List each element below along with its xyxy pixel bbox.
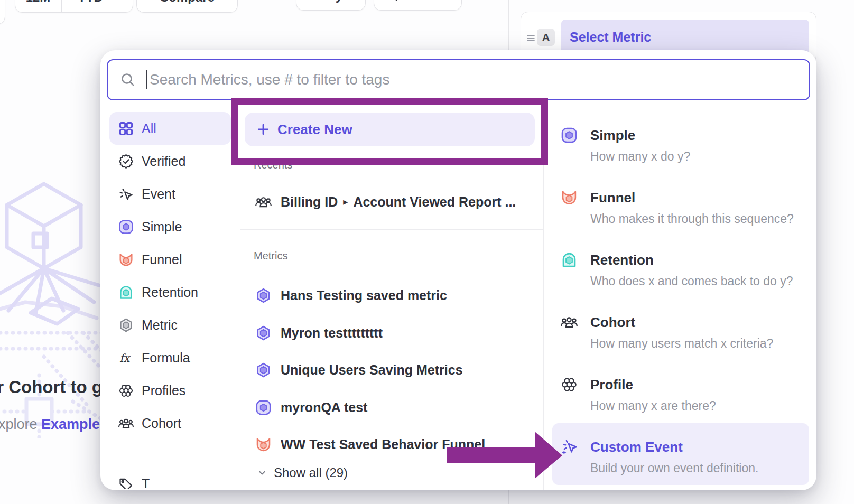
metric-item-label: Unique Users Saving Metrics (281, 362, 463, 378)
background-illustration (0, 174, 107, 438)
type-title: Cohort (590, 314, 635, 331)
metric-item-label: myronQA test (281, 400, 367, 415)
chevron-down-icon (107, 0, 117, 2)
verified-seal-icon (118, 153, 134, 170)
range-12m-button[interactable]: 12M (15, 0, 61, 12)
type-custom-event[interactable]: Custom Event Build your own event defini… (543, 438, 816, 486)
text-cursor (146, 70, 147, 89)
drag-handle-icon[interactable] (526, 33, 536, 43)
compare-button[interactable]: Compare (136, 0, 238, 13)
type-funnel[interactable]: Funnel Who makes it through this sequenc… (543, 189, 816, 236)
funnel-icon (560, 189, 578, 207)
category-label: Profiles (142, 383, 185, 398)
metric-hexagon-icon (255, 324, 272, 342)
retention-icon (560, 251, 578, 269)
simple-metric-icon (560, 126, 578, 144)
type-cohort[interactable]: Cohort How many users match x criteria? (543, 313, 816, 361)
metric-hexagon-icon (255, 361, 272, 379)
funnel-icon (255, 436, 272, 453)
metric-list-item[interactable]: WW Test Saved Behavior Funnel (255, 431, 540, 458)
line-chart-icon (394, 0, 409, 3)
range-12m-label: 12M (26, 0, 51, 5)
recent-item[interactable]: Billing ID ▸ Account Viewed Report ... (255, 189, 540, 215)
event-cursor-icon (118, 186, 134, 202)
metric-search-bar[interactable] (107, 59, 810, 100)
grid-icon (118, 120, 134, 137)
category-all[interactable]: All (109, 112, 231, 145)
category-retention[interactable]: Retention (109, 276, 231, 309)
recents-heading: Recents (254, 159, 292, 171)
cohort-people-icon (255, 193, 272, 211)
metric-list-item[interactable]: myronQA test (255, 394, 540, 421)
type-description: Build your own event definition. (590, 461, 758, 475)
line-label: Line (415, 0, 441, 3)
row-letter: A (542, 31, 550, 44)
search-icon (119, 71, 136, 88)
range-ytd-button[interactable]: YTD (62, 0, 133, 12)
empty-state-headline-fragment: or Cohort to ge (0, 377, 112, 397)
select-metric-label: Select Metric (570, 30, 651, 45)
simple-metric-icon (118, 219, 134, 235)
funnel-icon (118, 251, 134, 268)
category-label: Funnel (142, 252, 182, 267)
type-simple[interactable]: Simple How many x do y? (543, 126, 816, 174)
metric-item-label: WW Test Saved Behavior Funnel (281, 437, 485, 452)
metric-list-item[interactable]: Unique Users Saving Metrics (255, 357, 540, 383)
type-title: Profile (590, 377, 633, 393)
categories-divider (239, 109, 239, 490)
select-metric-field[interactable]: Select Metric (561, 20, 809, 54)
category-verified[interactable]: Verified (109, 145, 231, 178)
date-range-segmented-control[interactable]: 12M YTD (15, 0, 133, 13)
cohort-people-icon (118, 415, 134, 432)
type-title: Simple (590, 127, 635, 144)
category-metric[interactable]: Metric (109, 309, 231, 341)
search-input[interactable] (148, 71, 809, 89)
type-description: How many users match x criteria? (590, 337, 773, 351)
cohort-people-icon (560, 313, 578, 331)
type-title: Funnel (590, 190, 635, 206)
type-title: Custom Event (590, 439, 683, 455)
chevron-down-icon (256, 466, 268, 479)
metric-item-label: Hans Testing saved metric (281, 288, 447, 303)
profiles-cluster-icon (118, 382, 134, 399)
category-funnel[interactable]: Funnel (109, 243, 231, 276)
create-new-label: Create New (277, 122, 352, 138)
metric-item-label: Myron testtttttttt (281, 325, 383, 341)
app-root: 12M YTD Compare Day Line A Select Metric (0, 0, 854, 504)
type-retention[interactable]: Retention Who does x and comes back to d… (543, 251, 816, 298)
category-label: Event (142, 186, 175, 202)
metric-hexagon-icon (118, 317, 134, 333)
profiles-cluster-icon (560, 376, 578, 394)
metric-list-item[interactable]: Myron testtttttttt (255, 320, 540, 346)
custom-event-cursor-icon (560, 438, 578, 456)
category-label: Retention (142, 285, 198, 300)
category-label: Simple (142, 219, 182, 235)
show-all-toggle[interactable]: Show all (29) (256, 465, 348, 480)
section-divider (240, 229, 543, 230)
select-metric-modal: All Verified Event Simple Funnel Retenti… (100, 50, 816, 490)
category-label: Formula (142, 350, 190, 366)
type-profile[interactable]: Profile How many x are there? (543, 376, 816, 423)
compare-label: Compare (160, 0, 215, 5)
metric-list-item[interactable]: Hans Testing saved metric (255, 282, 540, 309)
category-formula[interactable]: Formula (109, 341, 231, 374)
clipped-sidebar-item[interactable]: T (118, 476, 218, 489)
category-profiles[interactable]: Profiles (109, 374, 231, 407)
formula-fx-icon (118, 350, 134, 366)
granularity-day-button[interactable]: Day (296, 0, 366, 11)
category-label: Metric (142, 318, 178, 333)
category-event[interactable]: Event (109, 178, 231, 210)
explore-prefix: explore (0, 416, 41, 432)
category-cohort[interactable]: Cohort (109, 407, 231, 440)
simple-metric-icon (255, 399, 272, 416)
range-ytd-label: YTD (78, 0, 103, 5)
category-label: All (142, 121, 156, 136)
create-new-button[interactable]: Create New (245, 113, 535, 146)
category-simple[interactable]: Simple (109, 210, 231, 243)
clipped-button-fragment (0, 0, 5, 24)
show-all-label: Show all (29) (274, 465, 348, 480)
category-label: Cohort (142, 416, 181, 431)
retention-icon (118, 284, 134, 301)
chart-type-line-button[interactable]: Line (374, 0, 462, 11)
type-description: How many x are there? (590, 399, 716, 413)
